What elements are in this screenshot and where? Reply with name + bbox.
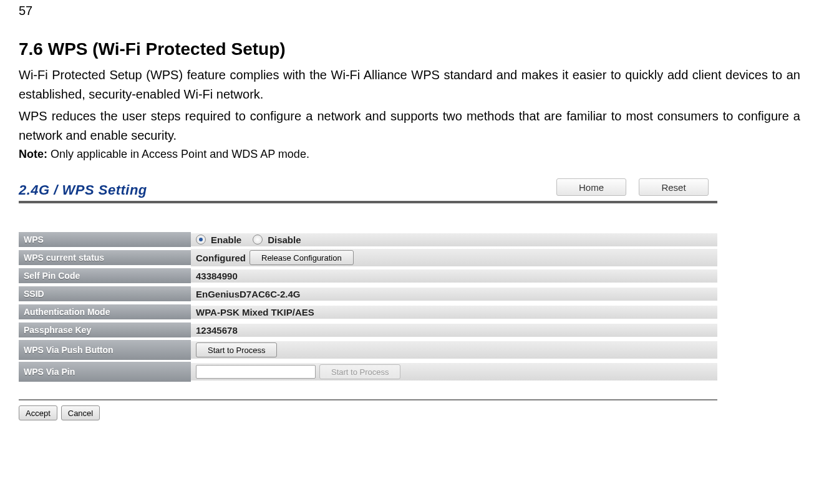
- label-passphrase: Passphrase Key: [19, 322, 191, 337]
- panel-title: 2.4G / WPS Setting: [19, 182, 147, 198]
- value-status: Configured: [196, 253, 246, 263]
- accept-button[interactable]: Accept: [19, 405, 57, 420]
- label-pushbutton: WPS Via Push Button: [19, 340, 191, 360]
- radio-enable[interactable]: [196, 235, 206, 245]
- row-status: WPS current status Configured Release Co…: [19, 249, 717, 267]
- note-label: Note:: [19, 148, 47, 160]
- radio-enable-label: Enable: [211, 235, 241, 245]
- row-auth: Authentication Mode WPA-PSK Mixed TKIP/A…: [19, 303, 717, 321]
- row-wps: WPS Enable Disable: [19, 231, 717, 249]
- home-button[interactable]: Home: [556, 178, 626, 196]
- value-auth: WPA-PSK Mixed TKIP/AES: [191, 306, 717, 319]
- cancel-button[interactable]: Cancel: [61, 405, 100, 420]
- row-pushbutton: WPS Via Push Button Start to Process: [19, 339, 717, 361]
- settings-table: WPS Enable Disable WPS current status Co…: [19, 231, 717, 383]
- page-number: 57: [19, 4, 800, 18]
- row-viapin: WPS Via Pin Start to Process: [19, 361, 717, 383]
- value-pin: 43384990: [191, 269, 717, 283]
- divider-thin: [19, 399, 717, 400]
- paragraph-1: Wi-Fi Protected Setup (WPS) feature comp…: [19, 65, 800, 104]
- start-pin-button[interactable]: Start to Process: [319, 364, 400, 379]
- pin-input[interactable]: [196, 365, 316, 379]
- radio-disable-label: Disable: [268, 235, 301, 245]
- divider-thick: [19, 201, 717, 203]
- reset-button[interactable]: Reset: [639, 178, 709, 196]
- row-ssid: SSID EnGeniusD7AC6C-2.4G: [19, 285, 717, 303]
- note-text: Only applicable in Access Point and WDS …: [47, 148, 309, 160]
- label-viapin: WPS Via Pin: [19, 362, 191, 382]
- start-push-button[interactable]: Start to Process: [196, 342, 277, 357]
- release-config-button[interactable]: Release Configuration: [250, 250, 354, 265]
- label-auth: Authentication Mode: [19, 304, 191, 319]
- label-wps: WPS: [19, 232, 191, 247]
- note-line: Note: Only applicable in Access Point an…: [19, 148, 800, 161]
- row-pin: Self Pin Code 43384990: [19, 267, 717, 285]
- radio-disable[interactable]: [253, 235, 263, 245]
- value-passphrase: 12345678: [191, 324, 717, 337]
- label-pin: Self Pin Code: [19, 268, 191, 283]
- section-heading: 7.6 WPS (Wi-Fi Protected Setup): [19, 39, 800, 59]
- wps-settings-panel: 2.4G / WPS Setting Home Reset WPS Enable…: [19, 178, 717, 420]
- paragraph-2: WPS reduces the user steps required to c…: [19, 107, 800, 145]
- row-passphrase: Passphrase Key 12345678: [19, 321, 717, 339]
- label-ssid: SSID: [19, 286, 191, 301]
- value-ssid: EnGeniusD7AC6C-2.4G: [191, 288, 717, 301]
- label-status: WPS current status: [19, 250, 191, 265]
